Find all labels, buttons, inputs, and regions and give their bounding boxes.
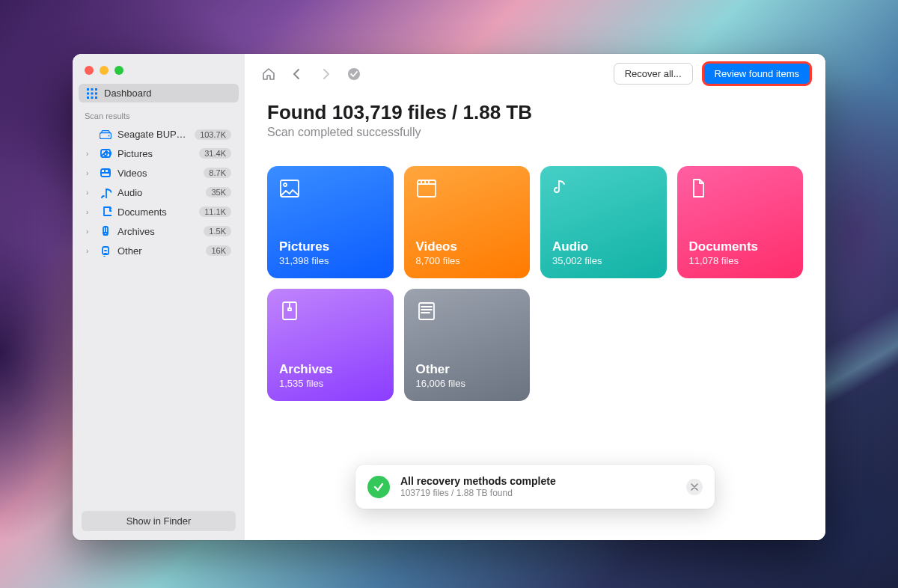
- audio-icon: [100, 186, 112, 198]
- svg-point-25: [348, 68, 360, 80]
- category-tiles: Pictures31,398 filesVideos8,700 filesAud…: [267, 166, 803, 401]
- tile-title: Archives: [279, 362, 382, 377]
- tile-title: Documents: [689, 239, 792, 254]
- window-traffic-lights: [73, 54, 245, 82]
- chevron-right-icon: ›: [86, 189, 94, 197]
- archives-icon: [279, 301, 302, 323]
- sidebar-item-label: Audio: [117, 187, 200, 198]
- svg-rect-1: [91, 88, 94, 91]
- sidebar-item-pictures[interactable]: ›Pictures31.4K: [79, 144, 239, 163]
- tile-title: Pictures: [279, 239, 382, 254]
- back-icon[interactable]: [288, 65, 306, 83]
- tile-title: Videos: [416, 239, 519, 254]
- results-subhead: Scan completed successfully: [267, 126, 803, 139]
- chevron-right-icon: ›: [86, 208, 94, 216]
- show-in-finder-button[interactable]: Show in Finder: [82, 511, 236, 531]
- sidebar-item-disk[interactable]: Seagate BUP S... 103.7K: [79, 125, 239, 144]
- svg-rect-35: [288, 308, 291, 310]
- other-icon: [416, 301, 439, 323]
- sidebar-item-label: Other: [117, 245, 200, 257]
- close-window-button[interactable]: [85, 66, 94, 75]
- count-badge: 8.7K: [204, 168, 231, 178]
- tile-pictures[interactable]: Pictures31,398 files: [267, 166, 394, 278]
- sidebar: Dashboard Scan results Seagate BUP S... …: [73, 54, 245, 540]
- pictures-icon: [100, 147, 112, 159]
- tile-audio[interactable]: Audio35,002 files: [540, 166, 667, 278]
- audio-icon: [552, 178, 575, 200]
- videos-icon: [416, 178, 439, 200]
- maximize-window-button[interactable]: [114, 66, 123, 75]
- svg-rect-6: [87, 97, 89, 99]
- toast-title: All recovery methods complete: [400, 475, 676, 487]
- sidebar-item-videos[interactable]: ›Videos8.7K: [79, 163, 239, 183]
- svg-rect-36: [419, 303, 434, 319]
- sidebar-item-documents[interactable]: ›Documents11.1K: [79, 202, 239, 221]
- count-badge: 11.1K: [199, 206, 231, 217]
- other-icon: [100, 245, 112, 257]
- tile-count: 16,006 files: [416, 378, 519, 389]
- sidebar-item-other[interactable]: ›Other16K: [79, 241, 239, 260]
- forward-icon[interactable]: [317, 65, 335, 83]
- minimize-window-button[interactable]: [100, 66, 109, 75]
- count-badge: 103.7K: [195, 129, 231, 140]
- sidebar-section-header: Scan results: [73, 104, 245, 123]
- svg-rect-8: [95, 97, 97, 99]
- tile-videos[interactable]: Videos8,700 files: [404, 166, 531, 278]
- results-headline: Found 103,719 files / 1.88 TB: [267, 101, 803, 124]
- sidebar-item-label: Documents: [117, 206, 193, 218]
- svg-rect-3: [87, 92, 89, 94]
- completion-toast: All recovery methods complete 103719 fil…: [355, 465, 715, 509]
- count-badge: 1.5K: [204, 226, 231, 236]
- svg-point-10: [109, 135, 110, 136]
- chevron-right-icon: ›: [86, 227, 94, 236]
- sidebar-item-archives[interactable]: ›Archives1.5K: [79, 221, 239, 241]
- svg-point-27: [284, 183, 287, 186]
- review-found-items-button[interactable]: Review found items: [703, 63, 810, 85]
- svg-rect-0: [87, 88, 89, 91]
- sidebar-item-label: Pictures: [117, 148, 193, 159]
- svg-rect-7: [91, 97, 94, 99]
- documents-icon: [100, 206, 112, 218]
- main-content: Recover all... Review found items Found …: [245, 54, 825, 540]
- app-window: Dashboard Scan results Seagate BUP S... …: [73, 54, 825, 540]
- chevron-right-icon: ›: [86, 247, 94, 255]
- toast-close-button[interactable]: [686, 479, 703, 495]
- chevron-right-icon: ›: [86, 169, 94, 177]
- toast-subtitle: 103719 files / 1.88 TB found: [400, 488, 676, 498]
- sidebar-item-dashboard[interactable]: Dashboard: [79, 84, 239, 102]
- grid-icon: [86, 88, 98, 99]
- sidebar-item-label: Seagate BUP S...: [117, 129, 189, 140]
- checkmark-circle-icon[interactable]: [345, 65, 363, 83]
- tile-count: 31,398 files: [279, 255, 382, 266]
- tile-count: 1,535 files: [279, 378, 382, 389]
- toolbar: Recover all... Review found items: [245, 54, 825, 92]
- home-icon[interactable]: [260, 65, 278, 83]
- recover-all-button[interactable]: Recover all...: [614, 63, 693, 85]
- count-badge: 35K: [206, 187, 231, 197]
- success-check-icon: [367, 476, 390, 498]
- svg-rect-2: [95, 88, 97, 91]
- tile-archives[interactable]: Archives1,535 files: [267, 289, 394, 401]
- documents-icon: [689, 178, 712, 200]
- svg-rect-4: [91, 92, 94, 94]
- tile-title: Audio: [552, 239, 655, 254]
- sidebar-item-label: Videos: [117, 168, 198, 179]
- tile-count: 8,700 files: [416, 255, 519, 266]
- svg-rect-28: [418, 180, 436, 197]
- count-badge: 31.4K: [199, 148, 231, 159]
- count-badge: 16K: [206, 245, 231, 256]
- tile-documents[interactable]: Documents11,078 files: [677, 166, 804, 278]
- sidebar-item-label: Dashboard: [104, 88, 231, 99]
- archives-icon: [100, 225, 112, 237]
- sidebar-item-audio[interactable]: ›Audio35K: [79, 183, 239, 202]
- svg-rect-20: [104, 233, 107, 235]
- tile-other[interactable]: Other16,006 files: [404, 289, 531, 401]
- pictures-icon: [279, 178, 302, 200]
- videos-icon: [100, 167, 112, 179]
- tile-count: 11,078 files: [689, 255, 792, 266]
- chevron-right-icon: ›: [86, 150, 94, 158]
- svg-rect-5: [95, 92, 97, 94]
- tile-count: 35,002 files: [552, 255, 655, 266]
- sidebar-item-label: Archives: [117, 226, 198, 237]
- disk-icon: [100, 130, 112, 139]
